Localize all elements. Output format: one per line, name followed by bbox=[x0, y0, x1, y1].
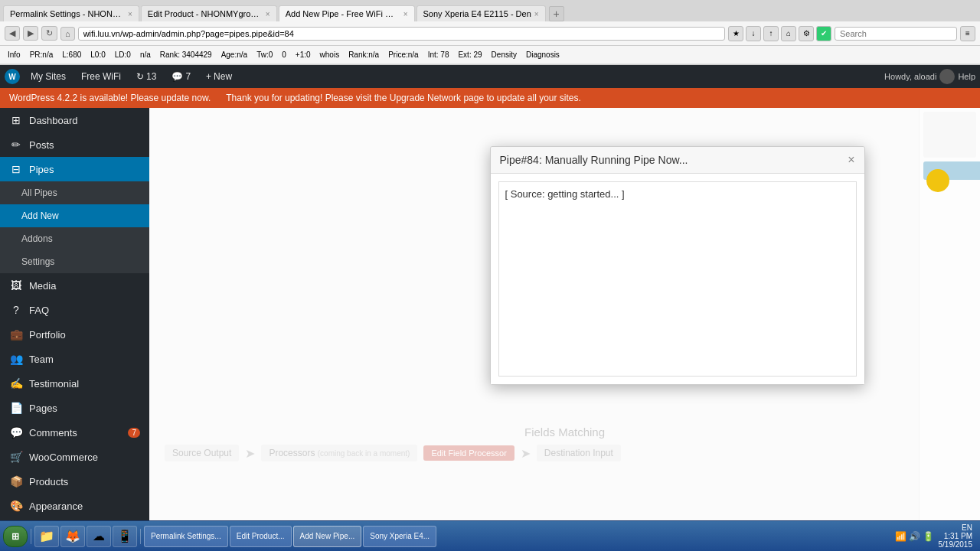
sidebar-item-posts[interactable]: ✏ Posts bbox=[0, 132, 149, 157]
sidebar-item-pipes[interactable]: ⊟ Pipes bbox=[0, 157, 149, 181]
back-button[interactable]: ◀ bbox=[5, 26, 20, 41]
sidebar-item-pipes-settings[interactable]: Settings bbox=[0, 250, 149, 273]
tab-edit-product[interactable]: Edit Product - NHONMYgroup ... × bbox=[141, 5, 277, 21]
volume-tray-icon: 🔊 bbox=[909, 531, 920, 542]
system-tray: 📶 🔊 🔋 EN 1:31 PM 5/19/2015 bbox=[890, 523, 978, 549]
taskbar-folder-icon[interactable]: 📁 bbox=[34, 526, 59, 547]
sidebar-item-comments[interactable]: 💬 Comments 7 bbox=[0, 420, 149, 445]
wp-notices: WordPress 4.2.2 is available! Please upd… bbox=[0, 88, 980, 108]
tab-sony[interactable]: Sony Xperia E4 E2115 - Den × bbox=[416, 5, 546, 21]
sidebar-item-portfolio[interactable]: 💼 Portfolio bbox=[0, 322, 149, 347]
bookmark-g1[interactable]: +1:0 bbox=[292, 50, 314, 60]
modal-content-area[interactable]: [ Source: getting started... ] bbox=[498, 181, 857, 377]
bookmark-diagnosis[interactable]: Diagnosis bbox=[523, 50, 563, 60]
home-button[interactable]: ⌂ bbox=[60, 27, 75, 41]
browser-search-input[interactable] bbox=[835, 27, 957, 41]
comments-menu[interactable]: 💬 7 bbox=[167, 65, 195, 88]
sidebar-item-team[interactable]: 👥 Team bbox=[0, 347, 149, 371]
updates-menu[interactable]: ↻ 13 bbox=[132, 65, 161, 88]
bookmark-info[interactable]: Info bbox=[5, 50, 24, 60]
sidebar-item-addons[interactable]: Addons bbox=[0, 227, 149, 250]
modal-close-button[interactable]: × bbox=[848, 153, 854, 167]
comments-icon: 💬 bbox=[9, 426, 23, 439]
wp-logo: W bbox=[5, 69, 20, 84]
sidebar-item-faq[interactable]: ? FAQ bbox=[0, 298, 149, 322]
posts-icon: ✏ bbox=[9, 139, 23, 151]
bookmark-rank[interactable]: Rank: 3404429 bbox=[157, 50, 215, 60]
taskbar-btn-sony[interactable]: Sony Xperia E4... bbox=[363, 526, 436, 547]
pipes-icon: ⊟ bbox=[9, 163, 23, 175]
bookmark-density[interactable]: Density bbox=[488, 50, 520, 60]
new-tab-button[interactable]: + bbox=[549, 6, 564, 21]
home-icon2[interactable]: ⌂ bbox=[781, 26, 796, 41]
taskbar-btn-permalink[interactable]: Permalink Settings... bbox=[144, 526, 228, 547]
menu-icon[interactable]: ≡ bbox=[960, 26, 975, 41]
sidebar-item-media[interactable]: 🖼 Media bbox=[0, 273, 149, 298]
tab-close-permalink[interactable]: × bbox=[128, 10, 132, 18]
bookmark-fb[interactable]: 0 bbox=[279, 50, 289, 60]
bookmark-pr[interactable]: PR:n/a bbox=[27, 50, 57, 60]
media-icon: 🖼 bbox=[9, 279, 23, 292]
bookmark-ld[interactable]: LD:0 bbox=[112, 50, 134, 60]
my-sites-menu[interactable]: My Sites bbox=[26, 65, 70, 88]
download-icon[interactable]: ↓ bbox=[746, 26, 761, 41]
wp-admin-bar: W My Sites Free WiFi ↻ 13 💬 7 + New Howd… bbox=[0, 65, 980, 88]
sidebar-item-pages[interactable]: 📄 Pages bbox=[0, 396, 149, 420]
clock-date: 5/19/2015 bbox=[939, 540, 973, 549]
settings-icon[interactable]: ⚙ bbox=[799, 26, 814, 41]
sidebar-item-appearance[interactable]: 🎨 Appearance bbox=[0, 494, 149, 518]
toolbar-icons: ★ ↓ ↑ ⌂ ⚙ ✔ bbox=[728, 26, 831, 41]
site-name-menu[interactable]: Free WiFi bbox=[77, 65, 126, 88]
tab-permalink[interactable]: Permalink Settings - NHONMY... × bbox=[3, 5, 139, 21]
tab-bar: Permalink Settings - NHONMY... × Edit Pr… bbox=[0, 0, 980, 21]
tab-close-pipe[interactable]: × bbox=[403, 10, 408, 18]
tray-text: EN 1:31 PM 5/19/2015 bbox=[939, 523, 973, 549]
star-icon[interactable]: ★ bbox=[728, 26, 743, 41]
taskbar-saleforce-icon[interactable]: ☁ bbox=[87, 526, 111, 547]
tab-add-pipe[interactable]: Add New Pipe - Free WiFi — W... × bbox=[279, 5, 415, 21]
products-icon: 📦 bbox=[9, 475, 23, 487]
sidebar-item-add-new[interactable]: Add New bbox=[0, 204, 149, 227]
battery-tray-icon: 🔋 bbox=[923, 531, 934, 542]
bookmark-ext[interactable]: Ext: 29 bbox=[455, 50, 485, 60]
tab-close-edit[interactable]: × bbox=[266, 10, 270, 18]
bookmark-price[interactable]: Price:n/a bbox=[385, 50, 421, 60]
bookmark-rank2[interactable]: Rank:n/a bbox=[345, 50, 382, 60]
taskbar-browser-icon[interactable]: 🦊 bbox=[60, 526, 85, 547]
language-indicator: EN bbox=[939, 523, 973, 532]
modal-title: Pipe#84: Manually Running Pipe Now... bbox=[500, 154, 688, 166]
sidebar-menu: ⊞ Dashboard ✏ Posts ⊟ Pipes All Pipes Ad… bbox=[0, 108, 149, 550]
modal-header: Pipe#84: Manually Running Pipe Now... × bbox=[491, 147, 864, 174]
network-tray-icon: 📶 bbox=[895, 531, 906, 542]
bookmarks-bar: Info PR:n/a L:680 L0:0 LD:0 n/a Rank: 34… bbox=[0, 46, 980, 64]
avatar bbox=[939, 69, 955, 84]
comments-badge: 7 bbox=[128, 428, 140, 438]
taskbar-app1-icon[interactable]: 📱 bbox=[113, 526, 137, 547]
bookmark-age[interactable]: Age:n/a bbox=[218, 50, 250, 60]
taskbar-separator-1 bbox=[31, 529, 31, 544]
bookmark-na[interactable]: n/a bbox=[137, 50, 154, 60]
bookmark-l[interactable]: L:680 bbox=[59, 50, 84, 60]
refresh-button[interactable]: ↻ bbox=[41, 26, 57, 41]
sidebar-item-woocommerce[interactable]: 🛒 WooCommerce bbox=[0, 445, 149, 469]
forward-button[interactable]: ▶ bbox=[23, 26, 38, 41]
tab-close-sony[interactable]: × bbox=[534, 10, 539, 18]
faq-icon: ? bbox=[9, 304, 23, 316]
start-button[interactable]: ⊞ bbox=[3, 526, 28, 547]
address-input[interactable] bbox=[78, 27, 725, 41]
sidebar-item-dashboard[interactable]: ⊞ Dashboard bbox=[0, 108, 149, 132]
bookmark-tw[interactable]: Tw:0 bbox=[253, 50, 276, 60]
address-bar: ◀ ▶ ↻ ⌂ ★ ↓ ↑ ⌂ ⚙ ✔ ≡ bbox=[0, 21, 980, 46]
appearance-icon: 🎨 bbox=[9, 500, 23, 512]
taskbar-btn-pipe[interactable]: Add New Pipe... bbox=[293, 526, 362, 547]
bookmark-l0[interactable]: L0:0 bbox=[87, 50, 108, 60]
green-button[interactable]: ✔ bbox=[816, 26, 831, 41]
sidebar-item-products[interactable]: 📦 Products bbox=[0, 469, 149, 494]
bookmark-int[interactable]: Int: 78 bbox=[425, 50, 452, 60]
sidebar-item-testimonial[interactable]: ✍ Testimonial bbox=[0, 371, 149, 396]
share-icon[interactable]: ↑ bbox=[763, 26, 779, 41]
sidebar-item-all-pipes[interactable]: All Pipes bbox=[0, 181, 149, 204]
new-content-menu[interactable]: + New bbox=[201, 65, 237, 88]
taskbar-btn-edit[interactable]: Edit Product... bbox=[230, 526, 292, 547]
bookmark-whois[interactable]: whois bbox=[317, 50, 343, 60]
